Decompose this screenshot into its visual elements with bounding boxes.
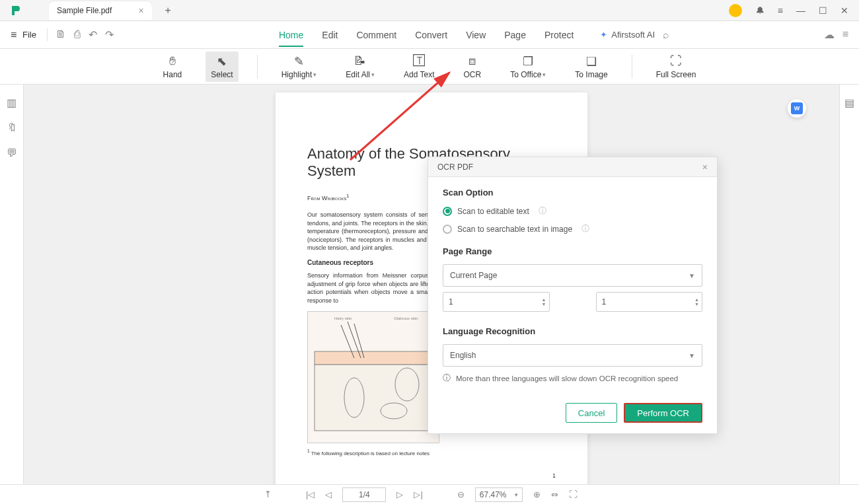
ai-button[interactable]: ✦ Afirstsoft AI (600, 30, 655, 40)
menu-bar: File 🗎 ⎙ ↶ ↷ Home Edit Comment Convert V… (0, 21, 859, 49)
hand-label: Hand (163, 70, 182, 79)
language-value: English (450, 351, 476, 360)
range-to-input[interactable]: 1 ▲▼ (596, 292, 703, 312)
tab-page[interactable]: Page (504, 23, 526, 47)
tab-comment[interactable]: Comment (356, 23, 396, 47)
prev-page-icon[interactable]: ◁ (325, 489, 332, 499)
hand-icon: ✋︎ (169, 54, 176, 69)
last-page-icon[interactable]: ▷| (414, 489, 422, 499)
status-bar: ⤒ |◁ ◁ 1/4 ▷ ▷| ⊖ 67.47% ▾ ⊕ ⇔ ⛶ (0, 484, 859, 504)
convert-word-button[interactable]: W (788, 99, 806, 118)
ocr-icon: ⧈ (468, 54, 476, 69)
tab-home[interactable]: Home (279, 23, 303, 47)
chevron-down-icon: ▼ (689, 272, 695, 279)
search-icon[interactable]: ⌕ (663, 29, 669, 41)
highlight-tool[interactable]: ✎ Highlight▾ (276, 52, 322, 82)
select-tool[interactable]: ⬉ Select (205, 52, 238, 82)
dialog-close-icon[interactable]: × (702, 162, 708, 172)
dialog-buttons: Cancel Perform OCR (443, 403, 702, 423)
app-menu-icon[interactable]: ≡ (778, 5, 783, 16)
tab-edit[interactable]: Edit (322, 23, 338, 47)
text-icon: 🅃 (413, 54, 425, 69)
language-select[interactable]: English ▼ (443, 344, 702, 367)
hamburger-icon (11, 29, 20, 41)
range-inputs: 1 ▲▼ 1 ▲▼ (443, 292, 702, 312)
info-icon: ⓘ (443, 373, 451, 383)
tab-close-icon[interactable]: × (138, 5, 143, 16)
svg-text:Glabrous skin: Glabrous skin (394, 316, 418, 320)
skin-diagram-image: Hairy skin Glabrous skin (307, 311, 439, 443)
to-image-tool[interactable]: ❏ To Image (570, 52, 613, 82)
select-label: Select (211, 70, 233, 79)
language-hint: ⓘ More than three languages will slow do… (443, 373, 702, 383)
document-tab[interactable]: Sample File.pdf × (49, 1, 152, 20)
print-icon[interactable]: ⎙ (74, 28, 81, 41)
window-controls: 🔔︎ ≡ — ☐ ✕ (729, 4, 856, 17)
next-page-icon[interactable]: ▷ (396, 489, 403, 499)
tab-convert[interactable]: Convert (415, 23, 447, 47)
bookmark-icon[interactable]: 🔖︎ (7, 122, 17, 134)
file-menu[interactable]: File (5, 26, 42, 44)
page-range-select[interactable]: Current Page ▼ (443, 264, 702, 287)
ocr-dialog: OCR PDF × Scan Option Scan to editable t… (428, 157, 718, 434)
edit-icon: 📝︎ (354, 54, 366, 69)
spinner-buttons[interactable]: ▲▼ (694, 297, 699, 306)
radio-searchable-text[interactable]: Scan to searchable text in image ⓘ (443, 223, 702, 234)
zoom-value: 67.47% (480, 490, 507, 499)
page-range-value: Current Page (450, 271, 497, 280)
thumbnails-icon[interactable]: ▥ (7, 96, 17, 109)
perform-ocr-button[interactable]: Perform OCR (624, 403, 702, 423)
main-tabs: Home Edit Comment Convert View Page Prot… (279, 23, 574, 47)
zoom-out-icon[interactable]: ⊖ (457, 489, 465, 499)
ocr-tool[interactable]: ⧈ OCR (459, 52, 487, 82)
full-screen-tool[interactable]: ⛶ Full Screen (651, 52, 702, 82)
tab-protect[interactable]: Protect (544, 23, 574, 47)
cancel-button[interactable]: Cancel (566, 403, 617, 423)
to-office-tool[interactable]: ❐ To Office▾ (505, 52, 551, 82)
new-tab-icon[interactable]: + (165, 5, 171, 17)
redo-icon[interactable]: ↷ (105, 28, 114, 41)
hand-tool[interactable]: ✋︎ Hand (158, 52, 188, 82)
radio-unchecked-icon (443, 225, 452, 234)
right-menu-icons: ☁ ≡ (824, 28, 854, 41)
undo-icon[interactable]: ↶ (89, 28, 97, 41)
comments-icon[interactable]: 💬︎ (7, 147, 17, 159)
radio-editable-text[interactable]: Scan to editable text ⓘ (443, 205, 702, 217)
zoom-input[interactable]: 67.47% ▾ (475, 487, 523, 502)
svg-rect-1 (315, 365, 433, 431)
more-icon[interactable]: ≡ (842, 28, 848, 41)
range-from-input[interactable]: 1 ▲▼ (443, 292, 550, 312)
fit-page-icon[interactable]: ⛶ (569, 489, 578, 499)
scroll-top-icon[interactable]: ⤒ (264, 489, 272, 499)
doc-footnote: 1 The following description is based on … (307, 449, 556, 456)
to-image-label: To Image (575, 70, 607, 79)
spinner-buttons[interactable]: ▲▼ (542, 297, 546, 306)
edit-all-label: Edit All (346, 70, 370, 79)
highlighter-icon: ✎ (294, 54, 304, 69)
tab-view[interactable]: View (466, 23, 486, 47)
file-label: File (22, 30, 36, 40)
cloud-icon[interactable]: ☁ (824, 28, 835, 41)
panel-icon[interactable]: ▤ (844, 96, 854, 109)
fit-width-icon[interactable]: ⇔ (551, 489, 558, 499)
chevron-down-icon: ▾ (371, 71, 375, 78)
user-badge-icon[interactable] (729, 4, 742, 17)
bell-icon[interactable]: 🔔︎ (755, 5, 765, 16)
save-icon[interactable]: 🗎 (56, 28, 66, 41)
maximize-icon[interactable]: ☐ (819, 5, 827, 16)
page-input[interactable]: 1/4 (342, 487, 386, 502)
zoom-in-icon[interactable]: ⊕ (533, 489, 541, 499)
edit-all-tool[interactable]: 📝︎ Edit All▾ (340, 52, 380, 82)
hint-text: More than three languages will slow down… (456, 375, 678, 382)
radio-label: Scan to editable text (457, 207, 529, 216)
left-sidebar: ▥ 🔖︎ 💬︎ (0, 85, 24, 484)
first-page-icon[interactable]: |◁ (306, 489, 315, 499)
range-from-value: 1 (449, 297, 453, 306)
add-text-tool[interactable]: 🅃 Add Text (398, 52, 439, 82)
page-range-label: Page Range (443, 246, 702, 256)
minimize-icon[interactable]: — (796, 5, 805, 16)
info-icon[interactable]: ⓘ (581, 223, 589, 234)
close-window-icon[interactable]: ✕ (840, 5, 848, 16)
dialog-header: OCR PDF × (428, 157, 717, 177)
info-icon[interactable]: ⓘ (539, 205, 546, 217)
